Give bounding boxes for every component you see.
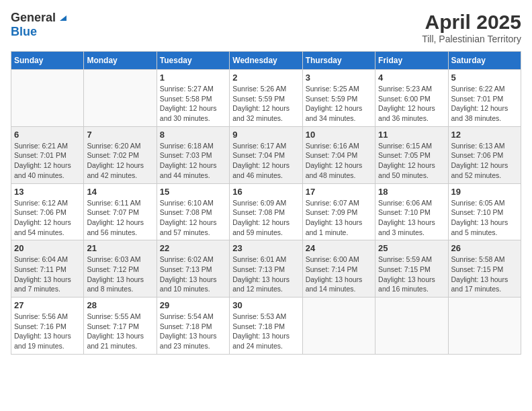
week-row-1: 1Sunrise: 5:27 AM Sunset: 5:58 PM Daylig… — [11, 70, 521, 127]
calendar-cell: 26Sunrise: 5:58 AM Sunset: 7:15 PM Dayli… — [448, 240, 521, 298]
day-info: Sunrise: 5:25 AM Sunset: 5:59 PM Dayligh… — [306, 84, 372, 124]
day-number: 4 — [378, 73, 445, 83]
calendar-cell: 22Sunrise: 6:02 AM Sunset: 7:13 PM Dayli… — [157, 240, 229, 298]
weekday-header-row: SundayMondayTuesdayWednesdayThursdayFrid… — [11, 52, 521, 70]
day-info: Sunrise: 6:13 AM Sunset: 7:06 PM Dayligh… — [451, 141, 518, 181]
weekday-header-monday: Monday — [84, 52, 157, 70]
calendar-cell: 9Sunrise: 6:17 AM Sunset: 7:04 PM Daylig… — [230, 126, 302, 183]
calendar-cell — [448, 298, 521, 355]
day-info: Sunrise: 6:20 AM Sunset: 7:02 PM Dayligh… — [87, 141, 153, 181]
day-number: 6 — [14, 130, 81, 140]
day-number: 15 — [160, 187, 226, 197]
day-number: 29 — [160, 300, 226, 310]
day-info: Sunrise: 5:54 AM Sunset: 7:18 PM Dayligh… — [160, 312, 226, 351]
calendar-cell: 4Sunrise: 5:23 AM Sunset: 6:00 PM Daylig… — [375, 70, 448, 127]
day-info: Sunrise: 6:06 AM Sunset: 7:10 PM Dayligh… — [378, 198, 445, 238]
day-info: Sunrise: 6:04 AM Sunset: 7:11 PM Dayligh… — [14, 255, 81, 294]
day-number: 7 — [87, 130, 153, 140]
day-info: Sunrise: 5:27 AM Sunset: 5:58 PM Dayligh… — [160, 84, 226, 124]
day-info: Sunrise: 6:01 AM Sunset: 7:13 PM Dayligh… — [232, 255, 299, 294]
calendar-cell: 7Sunrise: 6:20 AM Sunset: 7:02 PM Daylig… — [84, 126, 157, 183]
day-number: 18 — [378, 187, 445, 197]
calendar-cell: 15Sunrise: 6:10 AM Sunset: 7:08 PM Dayli… — [157, 183, 229, 240]
day-info: Sunrise: 5:23 AM Sunset: 6:00 PM Dayligh… — [378, 84, 445, 124]
calendar-cell: 23Sunrise: 6:01 AM Sunset: 7:13 PM Dayli… — [230, 240, 302, 298]
week-row-5: 27Sunrise: 5:56 AM Sunset: 7:16 PM Dayli… — [11, 298, 521, 355]
calendar-cell: 10Sunrise: 6:16 AM Sunset: 7:04 PM Dayli… — [302, 126, 375, 183]
day-info: Sunrise: 6:07 AM Sunset: 7:09 PM Dayligh… — [306, 198, 372, 238]
day-number: 3 — [306, 73, 372, 83]
day-info: Sunrise: 6:03 AM Sunset: 7:12 PM Dayligh… — [87, 255, 153, 294]
calendar-cell — [11, 70, 84, 127]
day-info: Sunrise: 5:26 AM Sunset: 5:59 PM Dayligh… — [232, 84, 299, 124]
logo-general-text: General — [11, 11, 56, 25]
day-number: 23 — [232, 243, 299, 253]
day-info: Sunrise: 6:10 AM Sunset: 7:08 PM Dayligh… — [160, 198, 226, 238]
day-info: Sunrise: 6:11 AM Sunset: 7:07 PM Dayligh… — [87, 198, 153, 238]
day-info: Sunrise: 6:05 AM Sunset: 7:10 PM Dayligh… — [451, 198, 518, 238]
day-number: 28 — [87, 300, 153, 310]
day-number: 11 — [378, 130, 445, 140]
weekday-header-sunday: Sunday — [11, 52, 84, 70]
calendar-cell: 19Sunrise: 6:05 AM Sunset: 7:10 PM Dayli… — [448, 183, 521, 240]
day-number: 8 — [160, 130, 226, 140]
day-number: 19 — [451, 187, 518, 197]
weekday-header-wednesday: Wednesday — [230, 52, 302, 70]
calendar-cell: 13Sunrise: 6:12 AM Sunset: 7:06 PM Dayli… — [11, 183, 84, 240]
calendar-cell: 12Sunrise: 6:13 AM Sunset: 7:06 PM Dayli… — [448, 126, 521, 183]
day-number: 24 — [306, 243, 372, 253]
weekday-header-friday: Friday — [375, 52, 448, 70]
day-info: Sunrise: 6:21 AM Sunset: 7:01 PM Dayligh… — [14, 141, 81, 181]
day-number: 27 — [14, 300, 81, 310]
day-number: 12 — [451, 130, 518, 140]
day-info: Sunrise: 6:15 AM Sunset: 7:05 PM Dayligh… — [378, 141, 445, 181]
day-info: Sunrise: 5:59 AM Sunset: 7:15 PM Dayligh… — [378, 255, 445, 294]
calendar-cell: 3Sunrise: 5:25 AM Sunset: 5:59 PM Daylig… — [302, 70, 375, 127]
day-info: Sunrise: 6:18 AM Sunset: 7:03 PM Dayligh… — [160, 141, 226, 181]
calendar-cell: 16Sunrise: 6:09 AM Sunset: 7:08 PM Dayli… — [230, 183, 302, 240]
weekday-header-thursday: Thursday — [302, 52, 375, 70]
day-number: 26 — [451, 243, 518, 253]
day-number: 1 — [160, 73, 226, 83]
calendar-cell: 1Sunrise: 5:27 AM Sunset: 5:58 PM Daylig… — [157, 70, 229, 127]
day-number: 5 — [451, 73, 518, 83]
day-number: 30 — [232, 300, 299, 310]
calendar-cell: 25Sunrise: 5:59 AM Sunset: 7:15 PM Dayli… — [375, 240, 448, 298]
day-info: Sunrise: 6:22 AM Sunset: 7:01 PM Dayligh… — [451, 84, 518, 124]
calendar-cell: 21Sunrise: 6:03 AM Sunset: 7:12 PM Dayli… — [84, 240, 157, 298]
day-number: 22 — [160, 243, 226, 253]
calendar-cell: 11Sunrise: 6:15 AM Sunset: 7:05 PM Dayli… — [375, 126, 448, 183]
week-row-4: 20Sunrise: 6:04 AM Sunset: 7:11 PM Dayli… — [11, 240, 521, 298]
day-info: Sunrise: 5:58 AM Sunset: 7:15 PM Dayligh… — [451, 255, 518, 294]
header: General Blue April 2025 Till, Palestinia… — [11, 11, 521, 44]
title-area: April 2025 Till, Palestinian Territory — [422, 11, 521, 44]
calendar-cell: 24Sunrise: 6:00 AM Sunset: 7:14 PM Dayli… — [302, 240, 375, 298]
calendar-cell — [302, 298, 375, 355]
day-number: 14 — [87, 187, 153, 197]
calendar-cell: 18Sunrise: 6:06 AM Sunset: 7:10 PM Dayli… — [375, 183, 448, 240]
day-info: Sunrise: 6:02 AM Sunset: 7:13 PM Dayligh… — [160, 255, 226, 294]
calendar-cell: 14Sunrise: 6:11 AM Sunset: 7:07 PM Dayli… — [84, 183, 157, 240]
day-number: 20 — [14, 243, 81, 253]
calendar-cell: 5Sunrise: 6:22 AM Sunset: 7:01 PM Daylig… — [448, 70, 521, 127]
month-title: April 2025 — [422, 11, 521, 34]
calendar-cell — [84, 70, 157, 127]
logo: General Blue — [11, 11, 68, 39]
svg-marker-0 — [60, 15, 66, 21]
day-info: Sunrise: 5:56 AM Sunset: 7:16 PM Dayligh… — [14, 312, 81, 351]
day-info: Sunrise: 6:09 AM Sunset: 7:08 PM Dayligh… — [232, 198, 299, 238]
day-info: Sunrise: 6:16 AM Sunset: 7:04 PM Dayligh… — [306, 141, 372, 181]
day-info: Sunrise: 6:17 AM Sunset: 7:04 PM Dayligh… — [232, 141, 299, 181]
location-title: Till, Palestinian Territory — [422, 34, 521, 44]
day-info: Sunrise: 5:53 AM Sunset: 7:18 PM Dayligh… — [232, 312, 299, 351]
logo-blue-text: Blue — [11, 25, 37, 39]
calendar-cell: 2Sunrise: 5:26 AM Sunset: 5:59 PM Daylig… — [230, 70, 302, 127]
day-info: Sunrise: 6:12 AM Sunset: 7:06 PM Dayligh… — [14, 198, 81, 238]
logo-icon — [57, 11, 68, 22]
calendar-cell: 28Sunrise: 5:55 AM Sunset: 7:17 PM Dayli… — [84, 298, 157, 355]
calendar-cell: 17Sunrise: 6:07 AM Sunset: 7:09 PM Dayli… — [302, 183, 375, 240]
day-number: 16 — [232, 187, 299, 197]
weekday-header-tuesday: Tuesday — [157, 52, 229, 70]
day-number: 13 — [14, 187, 81, 197]
week-row-2: 6Sunrise: 6:21 AM Sunset: 7:01 PM Daylig… — [11, 126, 521, 183]
